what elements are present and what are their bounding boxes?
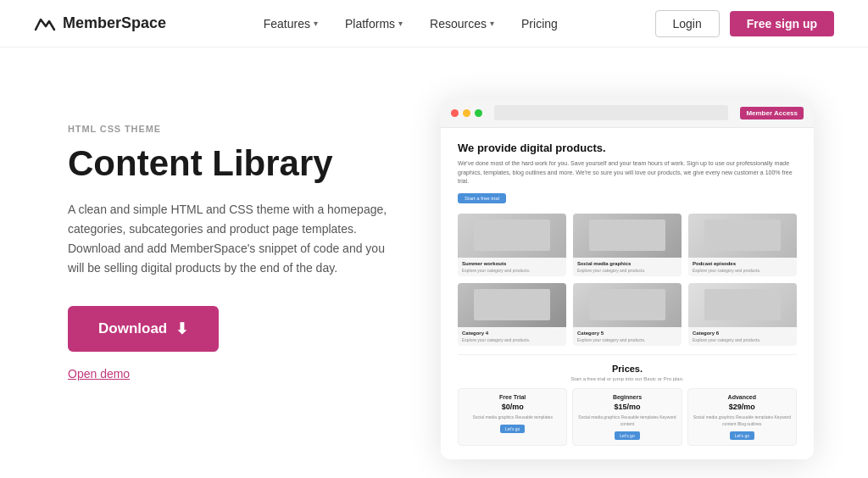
mockup-content: We provide digital products. We've done … bbox=[441, 128, 814, 459]
plan-cta-advanced: Let's go bbox=[730, 431, 754, 440]
chevron-down-icon: ▾ bbox=[398, 19, 403, 28]
pricing-plan-free: Free Trial $0/mo Social media graphics R… bbox=[458, 388, 567, 446]
main-content: HTML CSS THEME Content Library A clean a… bbox=[0, 47, 868, 478]
plan-price-beginners: $15/mo bbox=[577, 403, 676, 411]
plan-cta-free: Let's go bbox=[500, 425, 525, 433]
maximize-dot bbox=[475, 109, 482, 117]
download-button[interactable]: Download ⬇ bbox=[68, 306, 219, 352]
navbar-actions: Login Free sign up bbox=[655, 10, 835, 37]
nav-platforms-label: Platforms bbox=[345, 17, 395, 31]
download-icon: ⬇ bbox=[175, 320, 188, 338]
chevron-down-icon: ▾ bbox=[490, 19, 494, 28]
open-demo-link[interactable]: Open demo bbox=[68, 367, 130, 381]
login-button[interactable]: Login bbox=[655, 10, 720, 37]
close-dot bbox=[451, 109, 459, 117]
nav-platforms[interactable]: Platforms ▾ bbox=[345, 17, 403, 31]
download-label: Download bbox=[98, 320, 167, 337]
plan-features-beginners: Social media graphics Reusable templates… bbox=[577, 414, 676, 427]
chevron-down-icon: ▾ bbox=[314, 19, 318, 28]
pricing-subtitle: Start a free trial or jump into our Basi… bbox=[458, 376, 797, 381]
product-card-6: Category 6 Explore your category and pro… bbox=[688, 283, 797, 346]
product-name-1: Summer workouts bbox=[462, 261, 562, 266]
product-image-5 bbox=[573, 283, 682, 327]
product-sub-3: Explore your category and products. bbox=[693, 268, 793, 273]
logo-text: MemberSpace bbox=[63, 14, 166, 32]
product-image-6 bbox=[688, 283, 797, 327]
page-title: Content Library bbox=[68, 144, 390, 183]
product-name-4: Category 4 bbox=[462, 331, 562, 336]
plan-features-free: Social media graphics Reusable templates bbox=[463, 414, 562, 420]
pricing-plan-advanced: Advanced $29/mo Social media graphics Re… bbox=[687, 388, 797, 446]
nav-resources-label: Resources bbox=[430, 17, 487, 31]
product-card-5: Category 5 Explore your category and pro… bbox=[573, 283, 682, 346]
theme-label: HTML CSS THEME bbox=[68, 124, 390, 134]
product-card-3: Podcast episodes Explore your category a… bbox=[688, 214, 797, 276]
plan-price-free: $0/mo bbox=[463, 403, 562, 411]
product-name-5: Category 5 bbox=[577, 331, 677, 336]
plan-name-free: Free Trial bbox=[463, 394, 562, 400]
product-image-3 bbox=[688, 214, 797, 258]
product-image-4 bbox=[458, 283, 566, 327]
plan-price-advanced: $29/mo bbox=[693, 403, 792, 411]
product-sub-5: Explore your category and products. bbox=[577, 337, 677, 342]
nav-features[interactable]: Features ▾ bbox=[264, 17, 318, 31]
plan-name-beginners: Beginners bbox=[577, 394, 676, 400]
product-sub-6: Explore your category and products. bbox=[693, 337, 793, 342]
nav-pricing-label: Pricing bbox=[521, 17, 558, 31]
pricing-plan-beginners: Beginners $15/mo Social media graphics R… bbox=[572, 388, 682, 446]
product-name-6: Category 6 bbox=[693, 331, 793, 336]
right-panel: Member Access We provide digital product… bbox=[441, 90, 817, 459]
product-name-2: Social media graphics bbox=[577, 261, 677, 266]
pricing-section: Prices. Start a free trial or jump into … bbox=[458, 354, 797, 446]
plan-name-advanced: Advanced bbox=[693, 394, 792, 400]
product-grid: Summer workouts Explore your category an… bbox=[458, 214, 797, 346]
signup-button[interactable]: Free sign up bbox=[730, 11, 834, 36]
nav-resources[interactable]: Resources ▾ bbox=[430, 17, 494, 31]
pricing-title: Prices. bbox=[458, 364, 797, 374]
mockup-site-title: We provide digital products. bbox=[458, 142, 797, 154]
mockup-site-desc: We've done most of the hard work for you… bbox=[458, 159, 797, 186]
browser-mockup: Member Access We provide digital product… bbox=[441, 98, 814, 459]
plan-features-advanced: Social media graphics Reusable templates… bbox=[693, 414, 792, 427]
product-sub-1: Explore your category and products. bbox=[462, 268, 562, 273]
navbar-nav: Features ▾ Platforms ▾ Resources ▾ Prici… bbox=[264, 17, 558, 31]
nav-features-label: Features bbox=[264, 17, 310, 31]
content-description: A clean and simple HTML and CSS theme wi… bbox=[68, 200, 390, 278]
member-access-badge: Member Access bbox=[740, 107, 804, 119]
pricing-grid: Free Trial $0/mo Social media graphics R… bbox=[458, 388, 797, 446]
product-card-1: Summer workouts Explore your category an… bbox=[458, 214, 566, 276]
mockup-cta-button: Start a free trial bbox=[458, 193, 506, 203]
product-sub-4: Explore your category and products. bbox=[462, 337, 562, 342]
product-name-3: Podcast episodes bbox=[693, 261, 793, 266]
minimize-dot bbox=[463, 109, 470, 117]
navbar: MemberSpace Features ▾ Platforms ▾ Resou… bbox=[0, 0, 868, 47]
logo-icon bbox=[34, 14, 58, 33]
product-image-2 bbox=[573, 214, 682, 258]
product-image-1 bbox=[458, 214, 566, 258]
product-card-2: Social media graphics Explore your categ… bbox=[573, 214, 682, 276]
browser-bar: Member Access bbox=[441, 98, 814, 128]
browser-dots bbox=[451, 109, 482, 117]
product-card-4: Category 4 Explore your category and pro… bbox=[458, 283, 566, 346]
left-panel: HTML CSS THEME Content Library A clean a… bbox=[68, 90, 390, 381]
browser-url-bar bbox=[494, 105, 728, 120]
plan-cta-beginners: Let's go bbox=[615, 431, 639, 440]
nav-pricing[interactable]: Pricing bbox=[521, 17, 558, 31]
product-sub-2: Explore your category and products. bbox=[577, 268, 677, 273]
logo[interactable]: MemberSpace bbox=[34, 14, 166, 33]
